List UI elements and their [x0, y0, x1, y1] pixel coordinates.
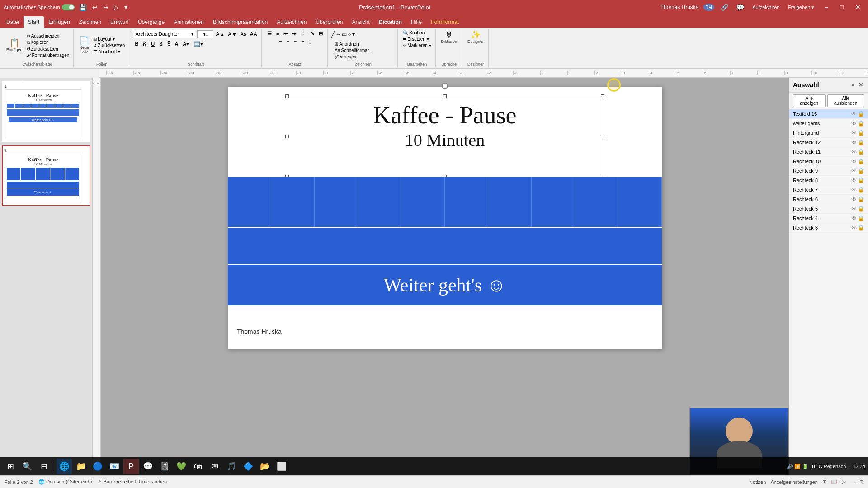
- shape-rect-icon[interactable]: ▭: [342, 31, 347, 38]
- layer-item-8[interactable]: Rechteck 7 👁 🔒: [789, 185, 868, 195]
- slide-subtitle[interactable]: 10 Minuten: [287, 130, 603, 150]
- shape-fill-button[interactable]: 🖊 vorlagen: [333, 54, 372, 60]
- justify-button[interactable]: ≡: [299, 38, 306, 46]
- reset-slide-button[interactable]: ↺ Zurücksetzen: [92, 42, 126, 48]
- slide-panel[interactable]: 1 Kaffee - Pause 10 Minuten Weiter geht'…: [0, 78, 93, 475]
- tab-datei[interactable]: Datei: [2, 16, 24, 28]
- tab-einfuegen[interactable]: Einfügen: [44, 16, 74, 28]
- shape-circle-icon[interactable]: ○: [348, 31, 351, 38]
- color-button[interactable]: A: [173, 40, 180, 48]
- layer-lock-0[interactable]: 🔒: [858, 111, 864, 117]
- minimize-button[interactable]: −: [821, 3, 831, 12]
- tab-hilfe[interactable]: Hilfe: [406, 16, 426, 28]
- quick-styles-button[interactable]: Aa Schnellformat-: [333, 47, 372, 53]
- layer-visibility-12[interactable]: 👁: [851, 225, 857, 231]
- shadow-button[interactable]: S̈: [165, 40, 172, 48]
- layer-visibility-2[interactable]: 👁: [851, 130, 857, 136]
- layer-lock-4[interactable]: 🔒: [858, 149, 864, 155]
- view-mode-normal[interactable]: ⊞: [822, 479, 826, 485]
- layer-lock-10[interactable]: 🔒: [858, 206, 864, 212]
- layer-visibility-7[interactable]: 👁: [851, 177, 857, 183]
- panel-collapse-button[interactable]: ◂: [850, 81, 855, 89]
- font-caps-button[interactable]: AA: [249, 31, 259, 38]
- layer-visibility-4[interactable]: 👁: [851, 149, 857, 155]
- layer-lock-6[interactable]: 🔒: [858, 168, 864, 174]
- layer-lock-9[interactable]: 🔒: [858, 196, 864, 202]
- handle-top-right[interactable]: [601, 94, 604, 98]
- new-slide-button[interactable]: 📄 NeueFolie: [77, 36, 91, 55]
- outlook-button[interactable]: 📧: [107, 459, 122, 474]
- text-direction-button[interactable]: ⤡: [308, 30, 316, 38]
- select-button[interactable]: ⊹ Markieren ▾: [401, 42, 432, 48]
- share-icon[interactable]: 🔗: [719, 3, 730, 12]
- layer-item-9[interactable]: Rechteck 6 👁 🔒: [789, 195, 868, 204]
- reset-button[interactable]: ↺ Zurücksetzen: [25, 46, 71, 52]
- layer-visibility-0[interactable]: 👁: [851, 111, 857, 117]
- increase-indent-button[interactable]: ⇥: [290, 30, 298, 38]
- view-settings-button[interactable]: Anzeigeeinstellungen: [770, 479, 818, 485]
- shape-arrow-icon[interactable]: →: [335, 31, 341, 38]
- layer-visibility-5[interactable]: 👁: [851, 158, 857, 164]
- slide-thumb-1[interactable]: 1 Kaffee - Pause 10 Minuten Weiter geht'…: [2, 81, 90, 142]
- taskview-button[interactable]: ⊟: [36, 459, 52, 474]
- tab-dictation[interactable]: Dictation: [374, 16, 406, 28]
- highlight-button[interactable]: A▾: [181, 40, 191, 48]
- tab-entwurf[interactable]: Entwurf: [106, 16, 133, 28]
- search-taskbar-button[interactable]: 🔍: [19, 459, 35, 474]
- layer-lock-12[interactable]: 🔒: [858, 225, 864, 231]
- font-name-selector[interactable]: Architects Daughter ▾: [133, 30, 196, 38]
- align-left-button[interactable]: ≡: [277, 38, 283, 46]
- underline-button[interactable]: U: [149, 40, 156, 48]
- layer-lock-8[interactable]: 🔒: [858, 187, 864, 193]
- layer-item-2[interactable]: Hintergrund 👁 🔒: [789, 128, 868, 138]
- layer-lock-2[interactable]: 🔒: [858, 130, 864, 136]
- browser2-button[interactable]: 🔷: [241, 459, 256, 474]
- align-center-button[interactable]: ≡: [284, 38, 291, 46]
- redo-icon[interactable]: ↪: [101, 3, 110, 12]
- chrome-button[interactable]: 🔵: [90, 459, 105, 474]
- tab-animationen[interactable]: Animationen: [169, 16, 208, 28]
- designer-button[interactable]: ✨ Designer: [466, 30, 486, 45]
- layer-item-10[interactable]: Rechteck 5 👁 🔒: [789, 204, 868, 214]
- rotate-handle[interactable]: [442, 83, 448, 89]
- section-button[interactable]: ☰ Abschnitt ▾: [92, 49, 126, 55]
- onenote-button[interactable]: 📓: [157, 459, 172, 474]
- arrange-button[interactable]: ⊞ Anordnen: [333, 41, 372, 47]
- selected-text-box[interactable]: Kaffee - Pause 10 Minuten: [287, 96, 603, 177]
- view-mode-slideshow[interactable]: ▷: [842, 479, 845, 485]
- format-transfer-button[interactable]: 🖌 Format übertragen: [25, 52, 71, 58]
- accessibility-status[interactable]: ⚠ Barrierefreiheit: Untersuchen: [98, 479, 167, 485]
- handle-top-mid[interactable]: [443, 94, 447, 98]
- handle-mid-left[interactable]: [285, 135, 289, 138]
- tab-start[interactable]: Start: [24, 16, 44, 28]
- maximize-button[interactable]: □: [836, 3, 847, 12]
- tab-praesentation[interactable]: Bildschirmpräsentation: [208, 16, 272, 28]
- smart-art-button[interactable]: ⊞: [317, 30, 325, 38]
- layer-item-6[interactable]: Rechteck 9 👁 🔒: [789, 166, 868, 176]
- record-btn[interactable]: Aufzeichnen: [750, 4, 782, 11]
- layer-item-0[interactable]: Textfeld 15 👁 🔒: [789, 109, 868, 119]
- whatsapp-button[interactable]: 💚: [174, 459, 189, 474]
- files-button[interactable]: 📂: [257, 459, 273, 474]
- explorer-button[interactable]: 📁: [73, 459, 89, 474]
- font-increase-button[interactable]: A▲: [214, 31, 226, 38]
- tab-ansicht[interactable]: Ansicht: [347, 16, 374, 28]
- handle-mid-right[interactable]: [601, 135, 604, 138]
- layer-item-12[interactable]: Rechteck 3 👁 🔒: [789, 223, 868, 233]
- canvas-area[interactable]: Kaffee - Pause 10 Minuten: [101, 78, 789, 475]
- font-color-button[interactable]: 🔤▾: [192, 40, 205, 48]
- replace-button[interactable]: ⇄ Ersetzen ▾: [401, 36, 432, 42]
- shape-line-icon[interactable]: ╱: [331, 31, 335, 38]
- font-decrease-button[interactable]: A▼: [226, 31, 238, 38]
- more-icon[interactable]: ▾: [123, 3, 129, 12]
- layer-item-7[interactable]: Rechteck 8 👁 🔒: [789, 176, 868, 185]
- present-icon[interactable]: ▷: [112, 3, 121, 12]
- tab-formformat[interactable]: Formformat: [426, 16, 463, 28]
- hide-all-button[interactable]: Alle ausblenden: [827, 94, 864, 107]
- notes-button[interactable]: Notizen: [749, 479, 766, 485]
- search-button[interactable]: 🔍 Suchen: [401, 30, 432, 36]
- show-all-button[interactable]: Alle anzeigen: [793, 94, 826, 107]
- view-mode-reading[interactable]: 📖: [831, 479, 837, 485]
- paste-button[interactable]: 📋 Einfügen: [5, 38, 24, 53]
- layout-button[interactable]: ⊞ Layout ▾: [92, 36, 126, 42]
